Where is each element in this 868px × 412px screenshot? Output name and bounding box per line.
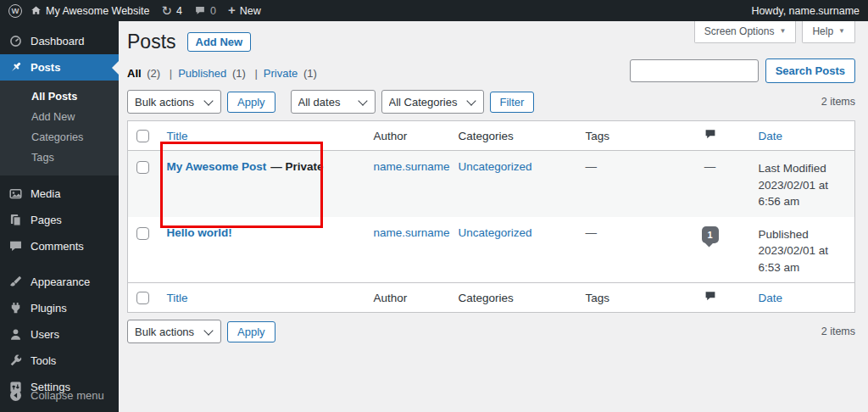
post-state-label: — Private [270, 160, 323, 173]
sidebar-label: Tools [31, 354, 56, 367]
apply-button-bottom[interactable]: Apply [227, 321, 275, 342]
column-categories-bottom: Categories [452, 283, 579, 313]
sidebar-item-comments[interactable]: Comments [0, 233, 119, 259]
date-status: Last Modified [759, 160, 849, 177]
add-new-button[interactable]: Add New [187, 32, 252, 52]
updates-count: 4 [176, 5, 182, 17]
admin-sidebar: Dashboard Posts All Posts Add New Catego… [0, 21, 119, 412]
comments-link[interactable]: 0 [194, 5, 216, 17]
sidebar-item-media[interactable]: Media [0, 181, 119, 207]
pin-icon [8, 60, 23, 75]
bulk-actions-select-bottom[interactable]: Bulk actions [127, 320, 221, 343]
items-count-top: 2 items [821, 96, 855, 108]
author-link[interactable]: name.surname [374, 226, 450, 239]
column-tags: Tags [579, 121, 672, 151]
post-title-link[interactable]: My Awesome Post [167, 160, 267, 173]
sidebar-label: Users [31, 328, 59, 341]
sidebar-item-tools[interactable]: Tools [0, 348, 119, 374]
select-all-checkbox-bottom[interactable] [136, 292, 149, 304]
tablenav-top: Bulk actions Apply All dates All Categor… [127, 90, 855, 114]
search-posts-button[interactable]: Search Posts [765, 58, 855, 83]
table-row-hello-world: Hello world! name.surname Uncategorized … [128, 217, 855, 283]
screen-options-button[interactable]: Screen Options ▼ [694, 21, 797, 43]
plus-icon: + [228, 3, 236, 16]
new-label: New [240, 5, 261, 17]
author-link[interactable]: name.surname [374, 160, 450, 173]
all-dates-select[interactable]: All dates [291, 90, 376, 114]
posts-table: Title Author Categories Tags Date [127, 120, 855, 313]
help-button[interactable]: Help ▼ [802, 21, 855, 43]
dates-select-wrap: All dates [291, 90, 376, 114]
update-icon: ↻ [162, 4, 173, 17]
select-all-checkbox[interactable] [136, 130, 149, 142]
category-link[interactable]: Uncategorized [459, 226, 532, 239]
sidebar-label: Appearance [31, 276, 90, 288]
categories-select-wrap: All Categories [381, 90, 484, 114]
column-author-bottom: Author [367, 283, 452, 313]
date-value: 2023/02/01 at 6:53 am [759, 244, 829, 274]
updates-link[interactable]: ↻ 4 [162, 4, 183, 17]
sidebar-item-collapse-menu[interactable]: Collapse menu [0, 382, 119, 409]
media-icon [8, 187, 23, 201]
submenu-item-tags[interactable]: Tags [0, 148, 119, 168]
caret-down-icon: ▼ [779, 28, 786, 35]
submenu-item-add-new[interactable]: Add New [0, 107, 119, 127]
apply-button[interactable]: Apply [227, 92, 275, 113]
post-title-link[interactable]: Hello world! [167, 226, 232, 239]
appearance-brush-icon [8, 275, 23, 289]
help-label: Help [812, 25, 833, 37]
caret-down-icon: ▼ [838, 28, 845, 35]
sidebar-item-posts[interactable]: Posts [0, 54, 119, 81]
view-private-link[interactable]: Private (1) [264, 67, 317, 80]
sidebar-item-pages[interactable]: Pages [0, 207, 119, 233]
page-title: Posts [127, 31, 176, 53]
tablenav-bottom: Bulk actions Apply 2 items [127, 320, 855, 343]
table-footer-row: Title Author Categories Tags Date [128, 283, 855, 313]
home-icon [31, 5, 42, 16]
column-title[interactable]: Title [160, 121, 367, 151]
sidebar-item-appearance[interactable]: Appearance [0, 269, 119, 295]
column-date-bottom[interactable]: Date [748, 283, 855, 313]
submenu-item-all-posts[interactable]: All Posts [0, 86, 119, 107]
sidebar-label: Dashboard [31, 35, 85, 47]
row-checkbox[interactable] [136, 227, 149, 240]
user-icon [8, 327, 23, 342]
wp-logo-menu[interactable]: W [8, 4, 22, 18]
wrench-icon [8, 354, 23, 368]
collapse-arrow-icon [8, 388, 23, 403]
table-header-row: Title Author Categories Tags Date [128, 121, 855, 151]
bulk-actions-select-wrap: Bulk actions [127, 90, 221, 114]
comment-count-badge[interactable]: 1 [702, 226, 719, 243]
filter-button[interactable]: Filter [490, 92, 535, 113]
all-categories-select[interactable]: All Categories [381, 90, 484, 114]
wordpress-admin-page: W My Awesome Website ↻ 4 0 + New Howdy, … [0, 0, 868, 412]
search-input[interactable] [630, 59, 759, 82]
new-content-link[interactable]: + New [228, 5, 261, 17]
table-row-my-awesome-post: My Awesome Post— Private name.surname Un… [128, 151, 855, 217]
posts-submenu: All Posts Add New Categories Tags [0, 81, 119, 175]
howdy-account-link[interactable]: Howdy, name.surname [751, 5, 860, 17]
column-title-bottom[interactable]: Title [160, 283, 367, 313]
row-checkbox[interactable] [136, 161, 149, 174]
submenu-item-categories[interactable]: Categories [0, 127, 119, 148]
tags-value: — [586, 160, 598, 173]
view-published-link[interactable]: Published (1) [178, 67, 264, 80]
category-link[interactable]: Uncategorized [459, 160, 532, 173]
sidebar-label: Plugins [31, 302, 67, 315]
comments-count: 0 [210, 5, 216, 17]
sidebar-item-users[interactable]: Users [0, 321, 119, 348]
sidebar-item-dashboard[interactable]: Dashboard [0, 28, 119, 54]
column-categories: Categories [452, 121, 579, 151]
tags-value: — [586, 226, 598, 239]
bulk-actions-select[interactable]: Bulk actions [127, 90, 221, 114]
view-all-link[interactable]: All (2) [127, 67, 178, 80]
site-name-link[interactable]: My Awesome Website [31, 5, 150, 17]
comments-bubble-icon [194, 5, 206, 16]
main-content: Screen Options ▼ Help ▼ Posts Add New Se… [119, 21, 868, 412]
sidebar-item-plugins[interactable]: Plugins [0, 295, 119, 321]
pages-icon [8, 213, 23, 227]
sidebar-label: Pages [31, 214, 62, 226]
column-date[interactable]: Date [748, 121, 855, 151]
site-name-label: My Awesome Website [46, 5, 150, 17]
column-tags-bottom: Tags [579, 283, 672, 313]
